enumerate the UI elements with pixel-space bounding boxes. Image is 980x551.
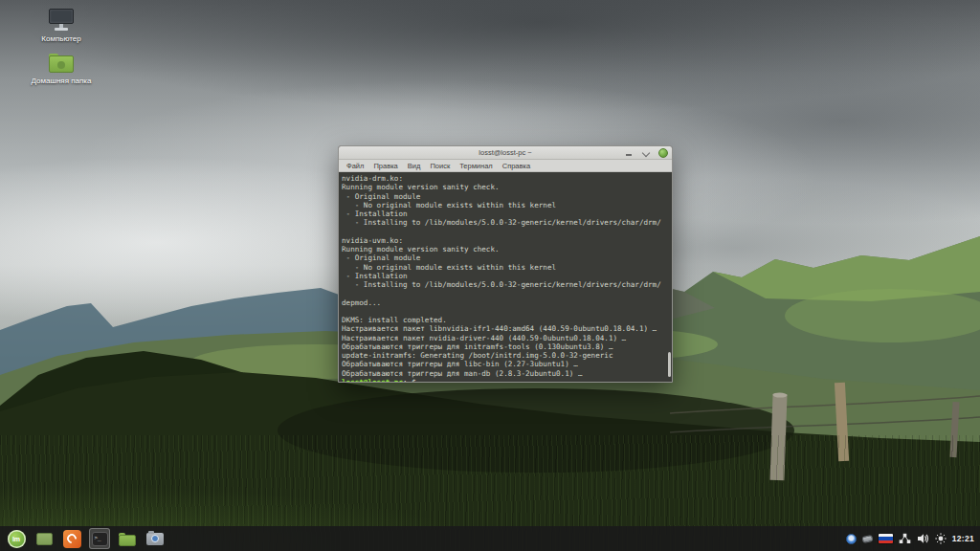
terminal-line: Обрабатываются триггеры для initramfs-to… (342, 342, 666, 351)
scrollbar-thumb[interactable] (668, 352, 671, 377)
desktop-icon-computer[interactable]: Компьютер (17, 8, 105, 44)
terminal-line (342, 289, 666, 298)
terminal-line: - No original module exists within this … (342, 201, 666, 209)
terminal-line: DKMS: install completed. (342, 316, 666, 324)
screenshot-task[interactable] (145, 528, 166, 549)
system-tray: 12:21 (846, 526, 974, 551)
show-desktop-icon (36, 533, 53, 545)
files-icon (119, 532, 136, 546)
terminal-line: Настраивается пакет nvidia-driver-440 (4… (342, 334, 666, 342)
menu-item[interactable]: Справка (502, 162, 530, 170)
menu-item[interactable]: Поиск (430, 162, 450, 170)
terminal-menubar: ФайлПравкаВидПоискТерминалСправка (339, 160, 672, 172)
terminal-task-active[interactable]: >_ (89, 528, 110, 549)
window-titlebar[interactable]: losst@losst-pc ~ (339, 146, 672, 160)
terminal-line: depmod... (342, 298, 666, 307)
russian-flag-icon (879, 534, 893, 543)
camera-icon (146, 533, 164, 545)
desktop: Компьютер Домашняя папка losst@losst-pc … (0, 0, 980, 551)
desktop-icon-label: Компьютер (41, 35, 80, 44)
volume-tray[interactable] (917, 533, 929, 544)
firefox-icon (63, 530, 81, 548)
terminal-line: Обрабатываются триггеры для libc-bin (2.… (342, 360, 666, 368)
menu-item[interactable]: Вид (408, 162, 421, 170)
computer-icon (47, 8, 76, 33)
terminal-line: Running module version sanity check. (342, 183, 666, 191)
taskbar-clock[interactable]: 12:21 (952, 534, 974, 543)
minimize-button[interactable] (624, 149, 633, 158)
terminal-scrollbar[interactable] (667, 172, 671, 382)
terminal-line (342, 307, 666, 316)
update-shield-icon (846, 534, 857, 544)
mint-menu-button[interactable]: lm (6, 528, 27, 549)
terminal-line: - Original module (342, 192, 666, 201)
terminal-window: losst@losst-pc ~ ФайлПравкаВидПоискТерми… (338, 145, 673, 383)
terminal-line: - Installation (342, 272, 666, 280)
brightness-sun-icon (935, 533, 947, 544)
network-tray[interactable] (899, 533, 911, 544)
terminal-line (342, 228, 666, 236)
input-device-tray[interactable] (862, 536, 873, 542)
terminal-line: nvidia-drm.ko: (342, 174, 666, 183)
update-manager-tray[interactable] (846, 534, 857, 544)
terminal-content[interactable]: nvidia-drm.ko:Running module version san… (339, 172, 672, 382)
terminal-line: Running module version sanity check. (342, 245, 666, 253)
network-icon (899, 533, 911, 544)
terminal-line: Настраивается пакет libnvidia-ifr1-440:a… (342, 324, 666, 333)
menu-item[interactable]: Файл (346, 162, 364, 170)
terminal-prompt: losst@losst-pc:~$ (342, 378, 666, 382)
terminal-line: update-initramfs: Generating /boot/initr… (342, 351, 666, 360)
files-launcher[interactable] (117, 528, 138, 549)
volume-icon (917, 533, 929, 544)
menu-item[interactable]: Правка (373, 162, 397, 170)
taskbar-launchers: lm >_ (6, 526, 166, 551)
terminal-output: nvidia-drm.ko:Running module version san… (342, 174, 666, 382)
terminal-line: - Installing to /lib/modules/5.0.0-32-ge… (342, 280, 666, 289)
desktop-icon-home-folder[interactable]: Домашняя папка (17, 54, 105, 86)
window-title: losst@losst-pc ~ (339, 148, 672, 157)
keyboard-layout-tray[interactable] (879, 534, 893, 543)
home-folder-icon (48, 54, 75, 75)
prompt-user: losst@losst-pc (342, 378, 403, 382)
input-device-icon (861, 534, 873, 542)
brightness-tray[interactable] (935, 533, 947, 544)
terminal-line: Обрабатываются триггеры для man-db (2.8.… (342, 369, 666, 378)
desktop-icon-label: Домашняя папка (32, 77, 92, 86)
terminal-line: - Installing to /lib/modules/5.0.0-32-ge… (342, 218, 666, 227)
terminal-line: - Installation (342, 209, 666, 218)
menu-item[interactable]: Терминал (459, 162, 493, 170)
window-controls (624, 146, 668, 160)
mint-logo-icon: lm (8, 530, 26, 548)
terminal-line: nvidia-uvm.ko: (342, 236, 666, 245)
desktop-icons: Компьютер Домашняя папка (17, 8, 105, 86)
show-desktop-button[interactable] (33, 528, 55, 549)
terminal-line: - No original module exists within this … (342, 263, 666, 272)
close-button[interactable] (658, 148, 668, 158)
taskbar: lm >_ (0, 526, 980, 551)
maximize-button[interactable] (641, 149, 650, 158)
firefox-launcher[interactable] (61, 528, 82, 549)
terminal-line: - Original module (342, 253, 666, 262)
prompt-suffix: :~$ (403, 378, 420, 382)
terminal-icon: >_ (92, 532, 108, 546)
